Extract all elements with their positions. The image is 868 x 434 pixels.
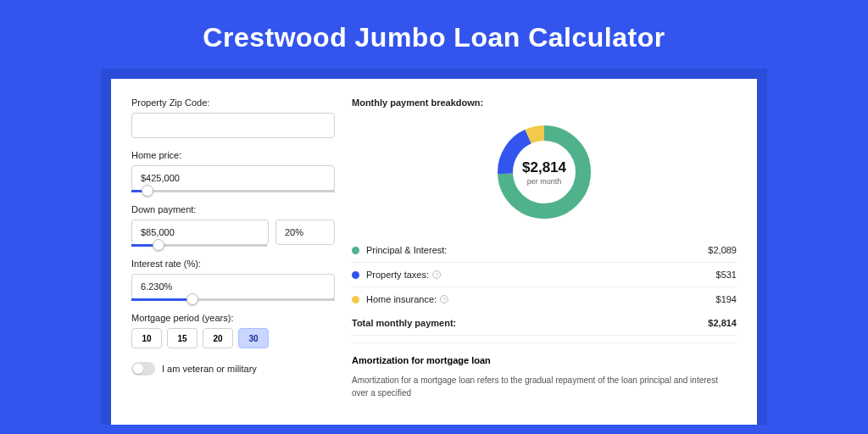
down-payment-slider[interactable]	[131, 244, 267, 247]
interest-slider-thumb[interactable]	[186, 293, 198, 305]
legend-total-row: Total monthly payment: $2,814	[352, 311, 737, 336]
down-payment-input[interactable]	[131, 220, 269, 245]
period-label: Mortgage period (years):	[131, 313, 335, 323]
down-payment-field-block: Down payment:	[131, 204, 335, 247]
breakdown-column: Monthly payment breakdown: $2,814 per mo…	[352, 97, 737, 425]
page-title: Crestwood Jumbo Loan Calculator	[0, 0, 868, 69]
home-price-label: Home price:	[131, 150, 335, 160]
donut-center: $2,814 per month	[493, 121, 595, 223]
legend-dot	[352, 296, 359, 303]
zip-field-block: Property Zip Code:	[131, 97, 335, 138]
amortization-body: Amortization for a mortgage loan refers …	[352, 374, 737, 399]
amortization-heading: Amortization for mortgage loan	[352, 355, 737, 365]
down-payment-pct-input[interactable]	[275, 220, 335, 245]
period-button-10[interactable]: 10	[131, 328, 162, 348]
interest-input[interactable]	[131, 274, 335, 299]
donut-chart-wrap: $2,814 per month	[352, 116, 737, 238]
period-button-30[interactable]: 30	[238, 328, 269, 348]
legend-label: Home insurance:?	[366, 294, 716, 304]
interest-label: Interest rate (%):	[131, 259, 335, 269]
zip-input[interactable]	[131, 113, 335, 138]
interest-field-block: Interest rate (%):	[131, 259, 335, 301]
legend-list: Principal & Interest:$2,089Property taxe…	[352, 238, 737, 311]
total-label: Total monthly payment:	[352, 318, 708, 328]
period-button-20[interactable]: 20	[203, 328, 233, 348]
legend-value: $531	[716, 270, 737, 280]
info-icon[interactable]: ?	[440, 295, 448, 303]
period-field-block: Mortgage period (years): 10152030	[131, 313, 335, 348]
zip-label: Property Zip Code:	[131, 97, 335, 108]
veteran-toggle[interactable]	[131, 362, 155, 376]
home-price-input[interactable]	[131, 165, 335, 191]
interest-slider[interactable]	[131, 298, 335, 301]
legend-dot	[352, 271, 359, 279]
total-value: $2,814	[708, 318, 737, 328]
veteran-toggle-knob	[133, 364, 143, 374]
down-payment-label: Down payment:	[131, 204, 335, 214]
legend-row: Principal & Interest:$2,089	[352, 238, 737, 263]
home-price-slider-thumb[interactable]	[142, 185, 153, 197]
legend-label: Principal & Interest:	[366, 245, 708, 255]
donut-value: $2,814	[522, 159, 566, 176]
period-buttons: 10152030	[131, 328, 335, 348]
home-price-field-block: Home price:	[131, 150, 335, 192]
down-payment-slider-thumb[interactable]	[153, 239, 164, 251]
legend-row: Property taxes:?$531	[352, 263, 737, 287]
info-icon[interactable]: ?	[432, 270, 441, 279]
legend-dot	[352, 247, 359, 254]
donut-chart: $2,814 per month	[493, 121, 595, 223]
donut-sub: per month	[527, 177, 562, 186]
period-button-15[interactable]: 15	[167, 328, 198, 348]
legend-value: $194	[716, 294, 737, 304]
home-price-slider[interactable]	[131, 190, 335, 192]
legend-label: Property taxes:?	[366, 270, 716, 280]
amortization-section: Amortization for mortgage loan Amortizat…	[352, 342, 737, 399]
breakdown-heading: Monthly payment breakdown:	[352, 97, 737, 108]
calculator-card: Property Zip Code: Home price: Down paym…	[111, 79, 757, 425]
legend-value: $2,089	[708, 245, 737, 255]
inputs-column: Property Zip Code: Home price: Down paym…	[131, 97, 335, 425]
calculator-card-shadow: Property Zip Code: Home price: Down paym…	[101, 69, 767, 425]
legend-row: Home insurance:?$194	[352, 287, 737, 311]
veteran-toggle-row: I am veteran or military	[131, 362, 335, 376]
veteran-label: I am veteran or military	[162, 364, 257, 374]
